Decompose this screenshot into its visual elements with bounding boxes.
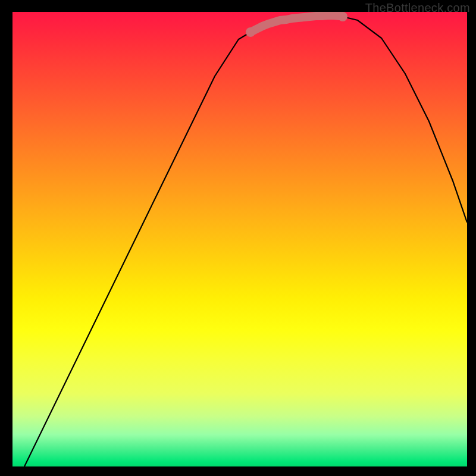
bottleneck-curve-layer [12,12,467,466]
highlight-band [246,12,347,37]
highlight-band-stroke [250,15,343,32]
bottleneck-curve [24,15,467,466]
watermark-text: TheBottleneck.com [365,1,470,15]
highlight-band-endpoint [246,27,255,37]
highlight-band-endpoint [338,12,347,21]
chart-stage: TheBottleneck.com [0,0,476,476]
plot-area [12,12,467,466]
